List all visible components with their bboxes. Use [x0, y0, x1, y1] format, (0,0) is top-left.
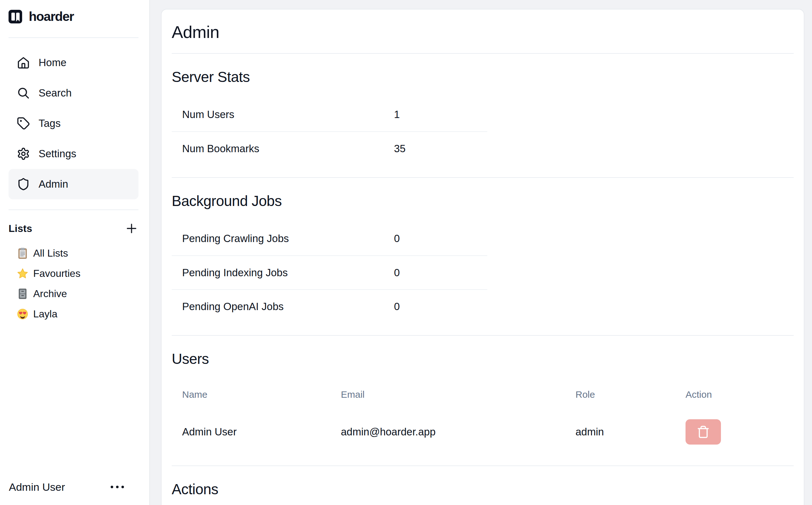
section-users: Users Name Email Role Action Admin User … — [172, 336, 794, 466]
clipboard-icon — [17, 247, 28, 259]
sidebar-item-label: Settings — [39, 148, 76, 160]
table-row: Admin User admin@hoarder.app admin — [172, 410, 794, 454]
add-list-button[interactable] — [124, 221, 139, 235]
job-label: Pending OpenAI Jobs — [172, 301, 394, 313]
users-table: Name Email Role Action Admin User admin@… — [172, 379, 794, 454]
table-row: Pending Indexing Jobs 0 — [172, 256, 487, 289]
shield-icon — [17, 177, 30, 191]
page-header: Admin — [172, 9, 794, 54]
lists-title: Lists — [9, 223, 32, 234]
user-role-cell: admin — [565, 426, 675, 438]
table-row: Num Users 1 — [172, 98, 487, 131]
user-email-cell: admin@hoarder.app — [330, 426, 565, 438]
brand-logo[interactable]: hoarder — [9, 9, 149, 23]
sidebar-item-home[interactable]: Home — [9, 47, 139, 78]
sidebar-nav: Home Search Tags Settings — [9, 47, 139, 199]
background-jobs-table: Pending Crawling Jobs 0 Pending Indexing… — [172, 221, 487, 323]
table-row: Num Bookmarks 35 — [172, 131, 487, 165]
list-item-label: Favourties — [33, 268, 80, 280]
column-header-name: Name — [172, 389, 330, 400]
gear-icon — [17, 147, 30, 160]
trash-icon — [697, 425, 710, 439]
table-row: Pending OpenAI Jobs 0 — [172, 289, 487, 323]
file-cabinet-icon — [17, 288, 28, 300]
list-item-label: All Lists — [33, 247, 68, 259]
server-stats-table: Num Users 1 Num Bookmarks 35 — [172, 98, 487, 165]
hoarder-logo-icon — [9, 10, 22, 23]
list-item-layla[interactable]: Layla — [9, 304, 139, 324]
page-title: Admin — [172, 22, 794, 42]
sidebar-item-label: Tags — [39, 117, 61, 129]
stat-value: 1 — [394, 109, 487, 121]
list-item-favourties[interactable]: Favourties — [9, 263, 139, 284]
ellipsis-icon — [121, 486, 124, 488]
column-header-email: Email — [330, 389, 565, 400]
column-header-role: Role — [565, 389, 675, 400]
sidebar-item-admin[interactable]: Admin — [9, 169, 139, 199]
sidebar-item-label: Home — [39, 57, 66, 69]
home-icon — [17, 56, 30, 69]
sidebar-item-label: Admin — [39, 178, 68, 190]
ellipsis-icon — [116, 486, 118, 488]
sidebar: hoarder Home Search Tags — [0, 0, 150, 505]
job-value: 0 — [394, 301, 487, 313]
admin-card: Admin Server Stats Num Users 1 Num Bookm… — [161, 9, 804, 505]
user-options-button[interactable] — [107, 483, 127, 491]
list-item-label: Archive — [33, 288, 67, 300]
tag-icon — [17, 117, 30, 130]
job-value: 0 — [394, 267, 487, 279]
main-area: Admin Server Stats Num Users 1 Num Bookm… — [150, 0, 812, 505]
current-user-name: Admin User — [9, 481, 65, 493]
job-label: Pending Crawling Jobs — [172, 232, 394, 244]
users-title: Users — [172, 350, 794, 367]
sidebar-item-tags[interactable]: Tags — [9, 108, 139, 139]
lists-menu: All Lists Favourties Archive — [9, 243, 139, 324]
sidebar-item-settings[interactable]: Settings — [9, 139, 139, 169]
list-item-all-lists[interactable]: All Lists — [9, 243, 139, 263]
section-background-jobs: Background Jobs Pending Crawling Jobs 0 … — [172, 178, 794, 336]
plus-icon — [125, 222, 138, 235]
stat-label: Num Bookmarks — [172, 143, 394, 155]
job-value: 0 — [394, 232, 487, 244]
heart-eyes-icon — [17, 308, 28, 320]
list-item-label: Layla — [33, 308, 57, 320]
background-jobs-title: Background Jobs — [172, 192, 794, 209]
stat-label: Num Users — [172, 109, 394, 121]
users-table-header: Name Email Role Action — [172, 379, 794, 410]
list-item-archive[interactable]: Archive — [9, 284, 139, 304]
sidebar-item-search[interactable]: Search — [9, 78, 139, 108]
sidebar-divider-top — [9, 37, 139, 38]
section-server-stats: Server Stats Num Users 1 Num Bookmarks 3… — [172, 54, 794, 178]
user-name-cell: Admin User — [172, 426, 330, 438]
delete-user-button[interactable] — [686, 419, 721, 445]
job-label: Pending Indexing Jobs — [172, 267, 394, 279]
brand-name: hoarder — [29, 9, 74, 24]
section-actions: Actions — [172, 466, 794, 505]
server-stats-title: Server Stats — [172, 68, 794, 86]
sidebar-item-label: Search — [39, 87, 72, 99]
actions-title: Actions — [172, 481, 794, 498]
ellipsis-icon — [111, 486, 113, 488]
column-header-action: Action — [675, 389, 794, 400]
sidebar-user-row[interactable]: Admin User — [9, 475, 127, 499]
search-icon — [17, 87, 30, 100]
table-row: Pending Crawling Jobs 0 — [172, 221, 487, 256]
stat-value: 35 — [394, 143, 487, 155]
star-icon — [17, 268, 28, 280]
sidebar-divider-lists — [9, 209, 139, 210]
